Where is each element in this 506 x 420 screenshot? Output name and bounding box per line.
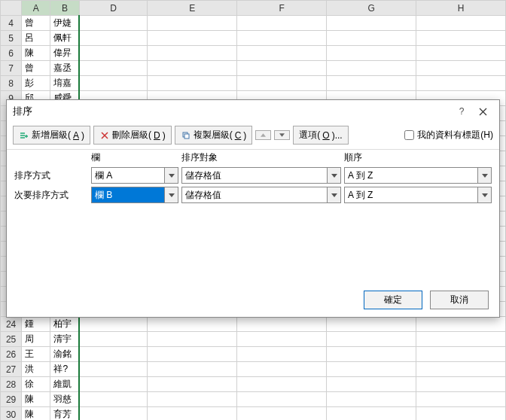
cell[interactable]	[148, 407, 237, 421]
cell[interactable]: 呂	[22, 31, 50, 46]
cell[interactable]: 洪	[22, 362, 50, 377]
cell[interactable]	[327, 61, 416, 76]
cell[interactable]: 彭	[22, 76, 50, 91]
cell[interactable]	[416, 76, 506, 91]
cell[interactable]	[327, 347, 416, 362]
cell[interactable]	[416, 347, 506, 362]
row-header[interactable]: 6	[1, 46, 22, 61]
cell[interactable]: 渝銘	[50, 347, 79, 362]
cell[interactable]	[237, 61, 327, 76]
cell[interactable]: 育芳	[50, 407, 79, 421]
column-header-A[interactable]: A	[22, 1, 50, 16]
delete-level-button[interactable]: 刪除層級(D)	[93, 126, 172, 145]
cell[interactable]	[79, 362, 148, 377]
row-header[interactable]: 29	[1, 392, 22, 407]
cell[interactable]	[79, 392, 148, 407]
cell[interactable]	[79, 332, 148, 347]
cell[interactable]	[237, 332, 327, 347]
cell[interactable]	[79, 61, 148, 76]
cell[interactable]	[79, 46, 148, 61]
cancel-button[interactable]: 取消	[430, 291, 489, 309]
cell[interactable]: 陳	[22, 46, 50, 61]
cell[interactable]	[237, 31, 327, 46]
cell[interactable]	[416, 377, 506, 392]
row-header[interactable]: 5	[1, 31, 22, 46]
cell[interactable]	[148, 76, 237, 91]
cell[interactable]	[416, 407, 506, 421]
order-combo[interactable]: A 到 Z	[344, 167, 492, 184]
column-header-B[interactable]: B	[50, 1, 79, 16]
cell[interactable]	[237, 16, 327, 31]
cell[interactable]	[79, 76, 148, 91]
row-header[interactable]: 7	[1, 61, 22, 76]
cell[interactable]	[79, 31, 148, 46]
cell[interactable]: 陳	[22, 407, 50, 421]
row-header[interactable]: 27	[1, 362, 22, 377]
cell[interactable]	[79, 377, 148, 392]
cell[interactable]	[148, 317, 237, 332]
cell[interactable]	[327, 16, 416, 31]
cell[interactable]	[79, 317, 148, 332]
cell[interactable]	[327, 317, 416, 332]
cell[interactable]: 柏宇	[50, 317, 79, 332]
options-button[interactable]: 選項(O)...	[293, 126, 348, 145]
cell[interactable]	[416, 317, 506, 332]
cell[interactable]	[327, 392, 416, 407]
cell[interactable]	[148, 392, 237, 407]
cell[interactable]: 曾	[22, 16, 50, 31]
row-header[interactable]: 8	[1, 76, 22, 91]
cell[interactable]	[237, 347, 327, 362]
cell[interactable]: 徐	[22, 377, 50, 392]
cell[interactable]	[327, 31, 416, 46]
close-button[interactable]	[472, 102, 493, 120]
row-header[interactable]: 26	[1, 347, 22, 362]
cell[interactable]: 維凱	[50, 377, 79, 392]
column-header-G[interactable]: G	[327, 1, 416, 16]
cell[interactable]: 佩軒	[50, 31, 79, 46]
help-button[interactable]: ?	[451, 102, 472, 120]
cell[interactable]	[237, 317, 327, 332]
cell[interactable]: 清宇	[50, 332, 79, 347]
order-combo[interactable]: A 到 Z	[344, 187, 492, 203]
cell[interactable]	[237, 377, 327, 392]
cell[interactable]: 陳	[22, 392, 50, 407]
move-up-button[interactable]	[255, 130, 271, 140]
cell[interactable]	[148, 61, 237, 76]
sorton-combo[interactable]: 儲存格值	[181, 187, 341, 203]
has-header-checkbox[interactable]: 我的資料有標題(H)	[404, 129, 493, 142]
cell[interactable]	[148, 362, 237, 377]
cell[interactable]: 曾	[22, 61, 50, 76]
cell[interactable]	[148, 16, 237, 31]
cell[interactable]	[148, 31, 237, 46]
cell[interactable]	[237, 46, 327, 61]
cell[interactable]	[416, 392, 506, 407]
cell[interactable]	[327, 76, 416, 91]
cell[interactable]	[327, 362, 416, 377]
cell[interactable]	[416, 332, 506, 347]
cell[interactable]	[416, 16, 506, 31]
cell[interactable]: 嘉丞	[50, 61, 79, 76]
column-combo[interactable]: 欄 A	[91, 167, 178, 184]
cell[interactable]: 周	[22, 332, 50, 347]
cell[interactable]: 偉昇	[50, 46, 79, 61]
cell[interactable]	[237, 362, 327, 377]
cell[interactable]	[327, 46, 416, 61]
cell[interactable]: 伊婕	[50, 16, 79, 31]
row-header[interactable]: 24	[1, 317, 22, 332]
column-combo[interactable]: 欄 B	[91, 187, 178, 203]
cell[interactable]	[237, 392, 327, 407]
column-header-D[interactable]: D	[79, 1, 148, 16]
cell[interactable]	[79, 347, 148, 362]
cell[interactable]	[416, 31, 506, 46]
cell[interactable]	[148, 332, 237, 347]
cell[interactable]: 羽慈	[50, 392, 79, 407]
column-header-F[interactable]: F	[237, 1, 327, 16]
row-header[interactable]: 4	[1, 16, 22, 31]
row-header[interactable]: 28	[1, 377, 22, 392]
cell[interactable]	[237, 407, 327, 421]
cell[interactable]	[416, 61, 506, 76]
cell[interactable]	[327, 377, 416, 392]
cell[interactable]	[327, 332, 416, 347]
ok-button[interactable]: 確定	[364, 291, 422, 309]
cell[interactable]	[416, 46, 506, 61]
